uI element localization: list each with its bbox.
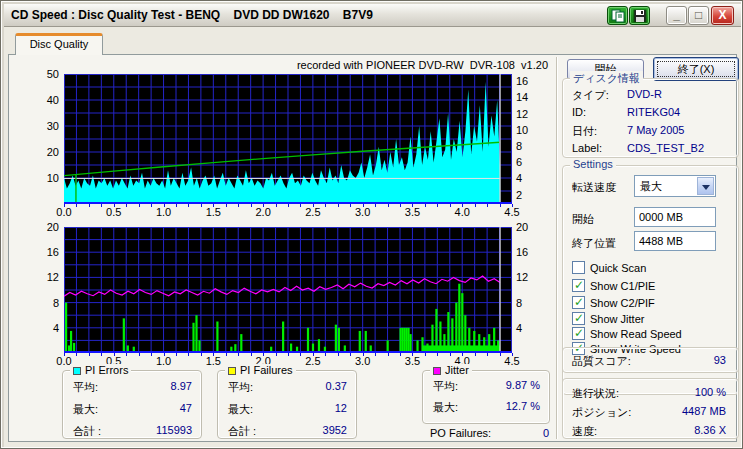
axis-tick-label: 1.0 xyxy=(152,355,176,367)
axis-tick-label: 3.5 xyxy=(400,355,424,367)
pi-errors-title: PI Errors xyxy=(85,364,128,376)
axis-tick-label: 12 xyxy=(516,108,542,120)
minimize-button[interactable]: _ xyxy=(666,6,687,25)
axis-tick-label: 4 xyxy=(29,322,59,334)
end-position-input[interactable] xyxy=(634,231,716,251)
stat-value: 12.7 % xyxy=(506,400,540,412)
axis-tick-label: 50 xyxy=(29,68,59,80)
pi-errors-stats-box: PI Errors 平均: 8.97 最大: 47 合計 : 115993 xyxy=(62,370,202,439)
x-axis-ticks-top xyxy=(64,204,513,207)
start-position-label: 開始 xyxy=(572,212,594,227)
x-axis-ticks-bottom xyxy=(64,353,513,356)
stat-label: 最大: xyxy=(433,400,458,415)
axis-tick-label: 8 xyxy=(29,297,59,309)
show-read-speed-label: Show Read Speed xyxy=(590,328,682,340)
maximize-icon: □ xyxy=(695,8,702,22)
panel-divider xyxy=(556,57,558,439)
axis-tick-label: 3.5 xyxy=(400,206,424,218)
axis-tick-label: 12 xyxy=(516,271,542,283)
disc-info-group: ディスク情報 タイプ: DVD-R ID: RITEKG04 日付: 7 May… xyxy=(562,78,739,158)
axis-tick-label: 12 xyxy=(29,271,59,283)
axis-tick-label: 4.5 xyxy=(500,206,524,218)
recorded-with-label: recorded with PIONEER DVD-RW DVR-108 v1.… xyxy=(9,59,548,71)
disc-info-title: ディスク情報 xyxy=(570,71,643,86)
transfer-rate-combobox[interactable]: 最大 xyxy=(634,175,716,197)
stat-label: 平均: xyxy=(73,380,98,395)
disc-id-label: ID: xyxy=(572,106,586,118)
titlebar: CD Speed : Disc Quality Test - BENQ DVD … xyxy=(4,4,741,27)
settings-title: Settings xyxy=(570,158,616,170)
quality-score-label: 品質スコア: xyxy=(572,354,631,369)
stat-label: 平均: xyxy=(433,379,458,394)
axis-tick-label: 4 xyxy=(516,322,542,334)
close-icon: X xyxy=(718,8,726,22)
axis-tick-label: 20 xyxy=(516,221,542,233)
pi-failures-color-swatch xyxy=(228,367,236,375)
po-failures-label: PO Failures: xyxy=(430,427,491,439)
axis-tick-label: 0.0 xyxy=(52,206,76,218)
pi-errors-color-swatch xyxy=(73,367,81,375)
stat-label: 平均: xyxy=(228,380,253,395)
axis-tick-label: 3.0 xyxy=(351,355,375,367)
axis-tick-label: 6 xyxy=(516,156,542,168)
axis-tick-label: 2.0 xyxy=(251,206,275,218)
progress-value: 100 % xyxy=(695,386,726,398)
axis-tick-label: 4.0 xyxy=(450,206,474,218)
axis-tick-label: 10 xyxy=(29,172,59,184)
start-position-input[interactable] xyxy=(634,207,716,227)
axis-tick-label: 1.5 xyxy=(201,206,225,218)
axis-tick-label: 4 xyxy=(516,172,542,184)
show-c1-pie-label: Show C1/PIE xyxy=(590,280,655,292)
stat-value: 47 xyxy=(180,402,192,414)
stat-value: 9.87 % xyxy=(506,379,540,391)
pi-failures-title: PI Failures xyxy=(240,364,293,376)
show-c2-pif-label: Show C2/PIF xyxy=(590,297,655,309)
axis-tick-label: 4.5 xyxy=(500,355,524,367)
axis-tick-label: 1.0 xyxy=(152,206,176,218)
jitter-title: Jitter xyxy=(445,364,469,376)
window-title: CD Speed : Disc Quality Test - BENQ DVD … xyxy=(11,8,373,22)
pi-failures-jitter-chart xyxy=(64,227,512,353)
show-jitter-checkbox[interactable] xyxy=(572,312,585,325)
stat-label: 最大: xyxy=(228,402,253,417)
axis-tick-label: 10 xyxy=(516,124,542,136)
app-window: CD Speed : Disc Quality Test - BENQ DVD … xyxy=(0,0,743,449)
transfer-rate-value: 最大 xyxy=(640,179,662,194)
chevron-down-icon[interactable] xyxy=(697,177,714,195)
save-button[interactable] xyxy=(629,6,650,25)
copy-to-clipboard-button[interactable] xyxy=(607,6,628,25)
show-c1-pie-checkbox[interactable] xyxy=(572,279,585,292)
stat-value: 8.97 xyxy=(171,380,192,392)
disc-type-label: タイプ: xyxy=(572,88,609,103)
disc-type-value: DVD-R xyxy=(627,88,662,100)
stat-label: 合計 : xyxy=(228,424,256,439)
tab-disc-quality[interactable]: Disc Quality xyxy=(15,33,103,55)
progress-label: 進行状況: xyxy=(572,386,619,401)
maximize-button[interactable]: □ xyxy=(688,6,709,25)
focus-rect xyxy=(657,61,735,77)
stat-value: 0.37 xyxy=(326,380,347,392)
axis-tick-label: 16 xyxy=(29,246,59,258)
po-failures-value: 0 xyxy=(509,427,549,439)
quality-score-value: 93 xyxy=(714,354,726,366)
pi-errors-chart xyxy=(64,74,512,204)
axis-tick-label: 1.5 xyxy=(201,355,225,367)
disc-date-label: 日付: xyxy=(572,124,597,139)
quick-scan-checkbox[interactable] xyxy=(572,261,585,274)
axis-tick-label: 14 xyxy=(516,91,542,103)
transfer-rate-label: 転送速度 xyxy=(572,180,616,195)
show-read-speed-checkbox[interactable] xyxy=(572,327,585,340)
stat-label: 最大: xyxy=(73,402,98,417)
speed-label: 速度: xyxy=(572,424,597,439)
show-c2-pif-checkbox[interactable] xyxy=(572,296,585,309)
show-jitter-label: Show Jitter xyxy=(590,313,644,325)
quality-score-box: 品質スコア: 93 xyxy=(562,347,739,373)
close-button[interactable]: X xyxy=(711,6,734,25)
axis-tick-label: 30 xyxy=(29,120,59,132)
axis-tick-label: 40 xyxy=(29,94,59,106)
axis-tick-label: 20 xyxy=(29,221,59,233)
axis-tick-label: 0.5 xyxy=(102,206,126,218)
axis-tick-label: 16 xyxy=(516,75,542,87)
stat-label: 合計 : xyxy=(73,424,101,439)
disc-quality-page: recorded with PIONEER DVD-RW DVR-108 v1.… xyxy=(8,54,737,442)
